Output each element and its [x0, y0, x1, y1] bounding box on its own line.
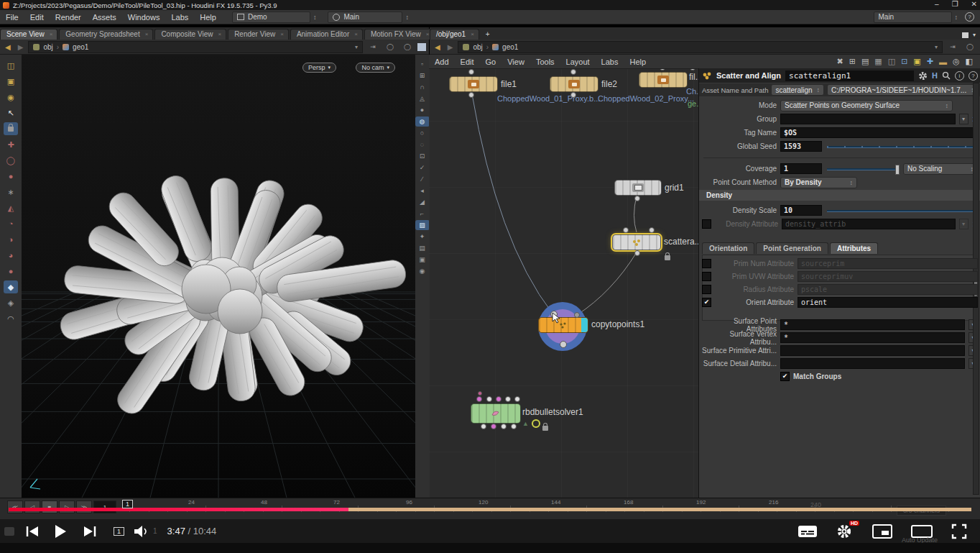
global-seed-slider[interactable]: [826, 142, 978, 152]
secure-selection-lock-icon[interactable]: [4, 122, 18, 135]
fullscreen-button[interactable]: [951, 524, 967, 539]
tab-motion-fx-view[interactable]: Motion FX View×: [364, 29, 435, 40]
net-menu-edit[interactable]: Edit: [455, 58, 480, 66]
paint-tool-icon[interactable]: ∗: [4, 186, 18, 198]
uv-icon[interactable]: ◂: [415, 186, 430, 196]
node-label-file2[interactable]: file2: [601, 79, 617, 89]
orient-checkbox[interactable]: ✔: [702, 298, 711, 307]
node-rbdbulletsolver1[interactable]: [471, 403, 521, 424]
net-menu-add[interactable]: Add: [429, 58, 455, 66]
play-button[interactable]: [53, 524, 68, 539]
group-dropdown-icon[interactable]: ▾: [959, 114, 969, 124]
net-menu-layout[interactable]: Layout: [560, 58, 596, 66]
node-file3[interactable]: [639, 72, 688, 88]
close-tab-icon[interactable]: ×: [426, 31, 430, 37]
lock-axis-icon[interactable]: ∩: [415, 82, 430, 92]
menu-render[interactable]: Render: [50, 13, 87, 22]
asset-path-select[interactable]: C:/PROGRA~1/SIDEEF~1/HOUDIN~1.7...↕: [827, 84, 979, 96]
view-pivot-icon[interactable]: ◬: [415, 93, 430, 104]
search-icon[interactable]: [942, 71, 951, 80]
toolbox-icon[interactable]: ▣: [4, 75, 18, 88]
net-menu-view[interactable]: View: [501, 58, 530, 66]
tab-animation-editor[interactable]: Animation Editor×: [290, 29, 363, 40]
node-label-copytopoints1[interactable]: copytopoints1: [591, 319, 644, 329]
camera-select-button[interactable]: No cam▾: [356, 63, 395, 73]
shelf-updown-icon[interactable]: ↕: [405, 14, 409, 21]
help-circle-icon[interactable]: ?: [965, 12, 974, 22]
mode-select[interactable]: Scatter Points on Geometry Surface↕: [780, 100, 953, 111]
prim-num-input[interactable]: sourceprim: [798, 258, 978, 269]
box-icon[interactable]: ▬: [939, 58, 947, 66]
display-options-icon[interactable]: ◉: [415, 266, 430, 276]
net-menu-go[interactable]: Go: [480, 58, 502, 66]
group-list-icon[interactable]: ▤: [415, 243, 430, 253]
point-icon[interactable]: ○: [415, 128, 430, 138]
tree-icon[interactable]: ⊞: [849, 57, 856, 66]
breadcrumb-node[interactable]: geo1: [502, 43, 518, 51]
pane-maximize-icon[interactable]: [962, 32, 969, 38]
play-backward-button[interactable]: ◁: [24, 501, 40, 513]
display-flag-icon[interactable]: ◧: [966, 57, 973, 66]
coverage-slider[interactable]: [826, 164, 900, 174]
find-icon[interactable]: ◎: [953, 57, 960, 66]
asset-name-select[interactable]: scatteralign↕: [771, 84, 824, 96]
pin-pane-icon[interactable]: ⇥: [946, 42, 960, 52]
handles-tool-icon[interactable]: ✚: [4, 138, 18, 151]
link-pane-icon[interactable]: ◯: [383, 42, 397, 52]
sticky-note-icon[interactable]: ▣: [913, 57, 920, 66]
next-video-button[interactable]: [82, 525, 98, 538]
view-tool-icon[interactable]: ◈: [4, 296, 18, 309]
current-frame-box[interactable]: 1: [122, 500, 133, 508]
image-bg-icon[interactable]: ⊡: [901, 57, 907, 66]
pane-display-icon[interactable]: [417, 43, 426, 51]
density-attribute-checkbox[interactable]: [702, 219, 711, 229]
radius-checkbox[interactable]: [702, 285, 711, 294]
tag-name-input[interactable]: $OS: [780, 127, 978, 138]
desktop-select[interactable]: Demo: [232, 12, 310, 23]
tab-point-generation[interactable]: Point Generation: [756, 242, 828, 254]
grid-layout-icon[interactable]: ▦: [874, 57, 882, 66]
density-scale-slider[interactable]: [826, 206, 978, 216]
desktop-updown-icon[interactable]: ↕: [313, 14, 317, 21]
ruler-icon[interactable]: ⌐: [415, 209, 430, 219]
info-icon[interactable]: i: [955, 71, 964, 81]
tab-render-view[interactable]: Render View×: [228, 29, 289, 40]
nav-back-icon[interactable]: ◀: [3, 43, 13, 51]
frame-field[interactable]: 1: [93, 501, 116, 513]
snap-icon[interactable]: ▫: [415, 59, 430, 69]
surface-detail-attrs-input[interactable]: [780, 358, 965, 369]
volume-icon[interactable]: [133, 525, 150, 538]
surface-vertex-attrs-input[interactable]: *: [780, 332, 965, 343]
arc-tool-icon[interactable]: ◠: [4, 312, 18, 325]
pivot-tool-icon[interactable]: ●: [4, 265, 18, 278]
camera-icon[interactable]: ⊡: [415, 151, 430, 161]
close-tab-icon[interactable]: ×: [354, 31, 358, 37]
nav-forward-icon[interactable]: ▶: [445, 43, 456, 51]
close-tab-icon[interactable]: ×: [471, 31, 474, 37]
coverage-input[interactable]: 1: [780, 163, 822, 174]
maximize-button[interactable]: ❐: [952, 0, 958, 8]
node-grid1[interactable]: [614, 180, 662, 196]
stop-button[interactable]: ■: [42, 501, 57, 513]
tab-geometry-spreadsheet[interactable]: Geometry Spreadsheet×: [59, 29, 153, 40]
wire-shade-icon[interactable]: ▨: [415, 220, 430, 230]
minimize-button[interactable]: –: [935, 0, 939, 8]
menu-windows[interactable]: Windows: [122, 13, 166, 22]
close-tab-icon[interactable]: ×: [145, 31, 149, 37]
color-palette-icon[interactable]: ✚: [927, 57, 933, 66]
split-layout-icon[interactable]: ◫: [888, 57, 895, 66]
tab-obj-geo1[interactable]: /obj/geo1×: [430, 29, 479, 40]
select-tool-icon[interactable]: ↖: [4, 106, 18, 119]
global-seed-input[interactable]: 1593: [780, 141, 822, 152]
tab-composite-view[interactable]: Composite View×: [154, 29, 226, 40]
path-dropdown-icon[interactable]: ▾: [355, 44, 358, 50]
slash-icon[interactable]: ∕: [415, 174, 430, 184]
node-label-scatteralign[interactable]: scattera...: [664, 237, 702, 247]
breadcrumb-node[interactable]: geo1: [73, 43, 88, 51]
normals-icon[interactable]: ◢: [415, 197, 430, 207]
houdini-help-icon[interactable]: H: [932, 71, 938, 80]
menu-file[interactable]: File: [0, 13, 24, 22]
grid-snap-icon[interactable]: ⊞: [415, 70, 430, 81]
group-input[interactable]: [780, 114, 956, 124]
path-field[interactable]: obj › geo1 ▾: [458, 41, 943, 53]
